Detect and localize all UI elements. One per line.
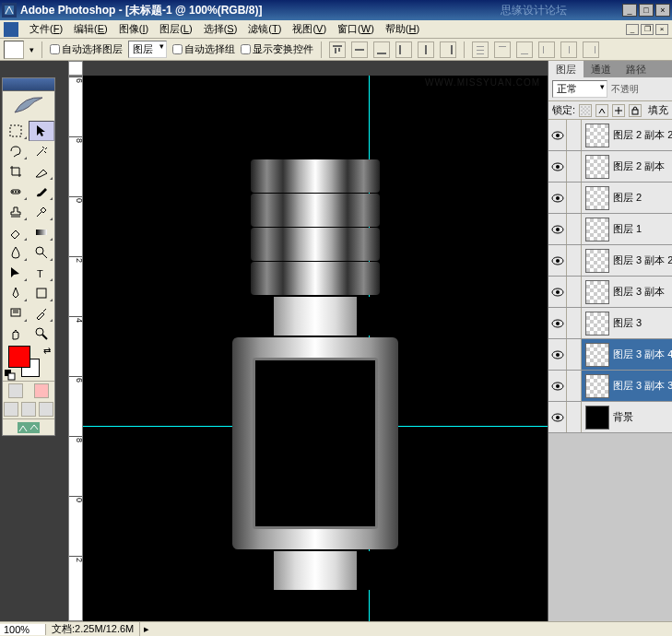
layer-row[interactable]: 图层 3 副本 3 bbox=[548, 371, 672, 402]
visibility-toggle[interactable] bbox=[548, 371, 567, 401]
move-tool[interactable] bbox=[29, 121, 54, 141]
link-cell[interactable] bbox=[567, 214, 582, 244]
doc-minimize-button[interactable]: _ bbox=[626, 24, 639, 35]
screen-standard-button[interactable] bbox=[4, 402, 18, 417]
pen-tool[interactable] bbox=[3, 283, 29, 303]
menu-f[interactable]: 文件(F) bbox=[24, 21, 68, 36]
layer-row[interactable]: 图层 2 bbox=[548, 183, 672, 214]
heal-tool[interactable] bbox=[3, 182, 29, 202]
layer-thumbnail[interactable] bbox=[585, 218, 609, 241]
visibility-toggle[interactable] bbox=[548, 402, 567, 432]
link-cell[interactable] bbox=[567, 245, 582, 276]
menu-l[interactable]: 图层(L) bbox=[154, 21, 197, 36]
align-top-button[interactable] bbox=[329, 41, 346, 58]
notes-tool[interactable] bbox=[3, 303, 29, 324]
minimize-button[interactable]: _ bbox=[622, 4, 637, 17]
swap-colors-icon[interactable]: ⇄ bbox=[43, 346, 51, 356]
link-cell[interactable] bbox=[567, 120, 582, 150]
link-cell[interactable] bbox=[567, 277, 582, 307]
layer-row[interactable]: 背景 bbox=[548, 402, 672, 433]
current-tool-icon[interactable] bbox=[4, 41, 24, 59]
layer-name[interactable]: 图层 3 副本 3 bbox=[613, 379, 672, 393]
align-right-button[interactable] bbox=[440, 41, 456, 58]
distribute-bottom-button[interactable] bbox=[516, 41, 533, 58]
layer-row[interactable]: 图层 1 bbox=[548, 214, 672, 245]
visibility-toggle[interactable] bbox=[548, 308, 567, 338]
layer-thumbnail[interactable] bbox=[585, 186, 609, 210]
slice-tool[interactable] bbox=[29, 161, 54, 182]
layer-name[interactable]: 图层 3 副本 bbox=[613, 285, 672, 299]
align-bottom-button[interactable] bbox=[373, 41, 390, 58]
layer-name[interactable]: 图层 1 bbox=[613, 222, 672, 236]
layer-thumbnail[interactable] bbox=[585, 280, 609, 304]
lock-all-button[interactable] bbox=[629, 104, 642, 117]
lock-transparent-button[interactable] bbox=[579, 104, 592, 117]
layer-name[interactable]: 图层 3 bbox=[613, 316, 672, 330]
hand-tool[interactable] bbox=[3, 324, 29, 344]
menu-i[interactable]: 图像(I) bbox=[113, 21, 154, 36]
canvas[interactable]: WWW.MISSYUAN.COM bbox=[83, 76, 548, 621]
lock-position-button[interactable] bbox=[612, 104, 625, 117]
default-colors-icon[interactable] bbox=[5, 370, 16, 381]
layer-thumbnail[interactable] bbox=[585, 374, 609, 398]
dodge-tool[interactable] bbox=[29, 242, 54, 263]
maximize-button[interactable]: □ bbox=[639, 4, 654, 17]
layer-thumbnail[interactable] bbox=[585, 249, 609, 273]
menu-h[interactable]: 帮助(H) bbox=[380, 21, 425, 36]
quickmask-mode-button[interactable] bbox=[34, 383, 49, 398]
screen-full-button[interactable] bbox=[39, 402, 53, 417]
layer-row[interactable]: 图层 3 副本 2 bbox=[548, 245, 672, 277]
shape-tool[interactable] bbox=[29, 283, 54, 303]
close-button[interactable]: × bbox=[655, 4, 670, 17]
panel-tab-1[interactable]: 通道 bbox=[584, 61, 619, 77]
menu-s[interactable]: 选择(S) bbox=[198, 21, 243, 36]
visibility-toggle[interactable] bbox=[548, 277, 567, 307]
lasso-tool[interactable] bbox=[3, 141, 29, 161]
show-transform-checkbox[interactable]: 显示变换控件 bbox=[241, 42, 313, 56]
layer-name[interactable]: 图层 2 副本 bbox=[613, 159, 672, 173]
zoom-input[interactable]: 100% bbox=[0, 624, 46, 635]
eyedropper-tool[interactable] bbox=[29, 303, 54, 324]
align-hcenter-button[interactable] bbox=[418, 41, 434, 58]
imageready-button[interactable] bbox=[3, 418, 54, 435]
layer-select[interactable]: 图层 bbox=[128, 41, 167, 58]
history-brush-tool[interactable] bbox=[29, 202, 54, 222]
link-cell[interactable] bbox=[567, 371, 582, 401]
distribute-hcenter-button[interactable] bbox=[560, 41, 577, 58]
eraser-tool[interactable] bbox=[3, 222, 29, 242]
align-vcenter-button[interactable] bbox=[351, 41, 368, 58]
layer-row[interactable]: 图层 3 bbox=[548, 308, 672, 339]
link-cell[interactable] bbox=[567, 308, 582, 338]
blend-mode-select[interactable]: 正常 bbox=[552, 80, 607, 98]
feather-logo[interactable] bbox=[3, 91, 54, 121]
vertical-ruler[interactable]: 680246802 bbox=[68, 76, 83, 621]
layer-row[interactable]: 图层 2 副本 2 bbox=[548, 120, 672, 151]
visibility-toggle[interactable] bbox=[548, 214, 567, 244]
doc-close-button[interactable]: × bbox=[655, 24, 668, 35]
layer-name[interactable]: 图层 3 副本 4 bbox=[613, 347, 672, 361]
doc-restore-button[interactable]: ❐ bbox=[641, 24, 654, 35]
toolbox-header[interactable] bbox=[3, 78, 54, 91]
blur-tool[interactable] bbox=[3, 242, 29, 263]
panel-tab-2[interactable]: 路径 bbox=[619, 61, 654, 77]
layer-name[interactable]: 图层 2 副本 2 bbox=[613, 128, 672, 142]
zoom-tool[interactable] bbox=[29, 324, 54, 344]
link-cell[interactable] bbox=[567, 151, 582, 182]
standard-mode-button[interactable] bbox=[8, 383, 23, 398]
stamp-tool[interactable] bbox=[3, 202, 29, 222]
type-tool[interactable]: T bbox=[29, 263, 54, 283]
layer-row[interactable]: 图层 3 副本 bbox=[548, 277, 672, 308]
menu-t[interactable]: 滤镜(T) bbox=[242, 21, 287, 36]
visibility-toggle[interactable] bbox=[548, 183, 567, 213]
path-select-tool[interactable] bbox=[3, 263, 29, 283]
wand-tool[interactable] bbox=[29, 141, 54, 161]
menu-w[interactable]: 窗口(W) bbox=[332, 21, 380, 36]
menu-v[interactable]: 视图(V) bbox=[287, 21, 332, 36]
menu-e[interactable]: 编辑(E) bbox=[68, 21, 113, 36]
visibility-toggle[interactable] bbox=[548, 339, 567, 370]
ruler-origin[interactable] bbox=[68, 61, 83, 76]
layer-thumbnail[interactable] bbox=[585, 312, 609, 336]
distribute-left-button[interactable] bbox=[538, 41, 555, 58]
link-cell[interactable] bbox=[567, 339, 582, 370]
lock-pixels-button[interactable] bbox=[595, 104, 608, 117]
